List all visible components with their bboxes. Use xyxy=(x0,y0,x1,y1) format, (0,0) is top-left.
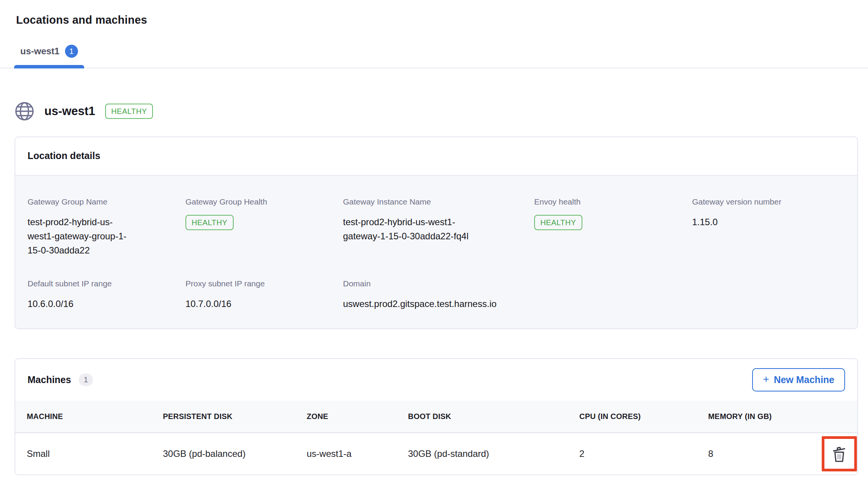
field-envoy-health: Envoy health HEALTHY xyxy=(534,197,692,258)
field-value: 10.7.0.0/16 xyxy=(185,297,343,311)
col-header-boot-disk: BOOT DISK xyxy=(408,412,579,421)
field-gateway-group-health: Gateway Group Health HEALTHY xyxy=(185,197,343,258)
location-details-title: Location details xyxy=(15,137,857,176)
envoy-health-badge: HEALTHY xyxy=(534,215,582,230)
new-machine-button[interactable]: + New Machine xyxy=(752,368,845,391)
col-header-cpu: CPU (IN CORES) xyxy=(579,412,708,421)
location-health-badge: HEALTHY xyxy=(105,104,153,119)
grid-spacer xyxy=(692,279,845,311)
col-header-persistent-disk: PERSISTENT DISK xyxy=(163,412,307,421)
plus-icon: + xyxy=(763,374,769,385)
location-details-body: Gateway Group Name test-prod2-hybrid-us-… xyxy=(15,176,857,328)
location-tabbar: us-west1 1 xyxy=(0,45,868,68)
cell-machine: Small xyxy=(27,448,163,459)
field-value: 10.6.0.0/16 xyxy=(28,297,185,311)
col-header-actions xyxy=(822,412,857,421)
cell-persistent-disk: 30GB (pd-balanced) xyxy=(163,448,307,459)
cell-memory: 8 xyxy=(708,448,822,459)
col-header-memory: MEMORY (IN GB) xyxy=(708,412,822,421)
field-gateway-version: Gateway version number 1.15.0 xyxy=(692,197,845,258)
field-domain: Domain uswest.prod2.gitspace.test.harnes… xyxy=(343,279,534,311)
locations-and-machines-page: Locations and machines us-west1 1 us-wes… xyxy=(0,0,868,497)
tab-label: us-west1 xyxy=(20,46,60,57)
field-value: test-prod2-hybrid-us-west1-gateway-group… xyxy=(28,215,139,258)
tab-us-west1[interactable]: us-west1 1 xyxy=(14,45,84,68)
field-label: Gateway Group Health xyxy=(185,197,343,206)
cell-actions xyxy=(822,436,857,471)
field-default-subnet: Default subnet IP range 10.6.0.0/16 xyxy=(28,279,185,311)
cell-zone: us-west1-a xyxy=(307,448,408,459)
field-label: Domain xyxy=(343,279,534,288)
tab-count-badge: 1 xyxy=(65,45,78,58)
location-details-card: Location details Gateway Group Name test… xyxy=(15,136,858,329)
machine-table-row[interactable]: Small 30GB (pd-balanced) us-west1-a 30GB… xyxy=(15,432,857,474)
new-machine-button-label: New Machine xyxy=(774,374,834,385)
field-label: Envoy health xyxy=(534,197,692,206)
cell-cpu: 2 xyxy=(579,448,708,459)
field-value: 1.15.0 xyxy=(692,215,845,229)
gateway-group-health-badge: HEALTHY xyxy=(185,215,234,230)
location-header: us-west1 HEALTHY xyxy=(15,101,868,121)
machines-table-header: MACHINE PERSISTENT DISK ZONE BOOT DISK C… xyxy=(15,401,857,432)
machines-header: Machines 1 + New Machine xyxy=(15,359,857,401)
col-header-machine: MACHINE xyxy=(27,412,163,421)
location-name: us-west1 xyxy=(44,104,95,118)
machines-count-badge: 1 xyxy=(79,374,93,386)
globe-icon xyxy=(15,101,34,121)
field-label: Default subnet IP range xyxy=(28,279,185,288)
field-value: uswest.prod2.gitspace.test.harness.io xyxy=(343,297,534,311)
page-title: Locations and machines xyxy=(0,0,868,26)
field-label: Proxy subnet IP range xyxy=(185,279,343,288)
field-label: Gateway Instance Name xyxy=(343,197,534,206)
field-gateway-group-name: Gateway Group Name test-prod2-hybrid-us-… xyxy=(28,197,185,258)
location-details-grid: Gateway Group Name test-prod2-hybrid-us-… xyxy=(28,197,845,311)
cell-boot-disk: 30GB (pd-standard) xyxy=(408,448,579,459)
delete-machine-button[interactable] xyxy=(822,436,857,471)
field-proxy-subnet: Proxy subnet IP range 10.7.0.0/16 xyxy=(185,279,343,311)
machines-title: Machines xyxy=(28,374,71,385)
field-value: test-prod2-hybrid-us-west1-gateway-1-15-… xyxy=(343,215,481,243)
col-header-zone: ZONE xyxy=(307,412,408,421)
machines-card: Machines 1 + New Machine MACHINE PERSIST… xyxy=(15,358,858,475)
field-label: Gateway version number xyxy=(692,197,845,206)
grid-spacer xyxy=(534,279,692,311)
field-label: Gateway Group Name xyxy=(28,197,185,206)
field-gateway-instance-name: Gateway Instance Name test-prod2-hybrid-… xyxy=(343,197,534,258)
trash-icon xyxy=(831,444,848,463)
machines-title-wrap: Machines 1 xyxy=(28,374,93,386)
